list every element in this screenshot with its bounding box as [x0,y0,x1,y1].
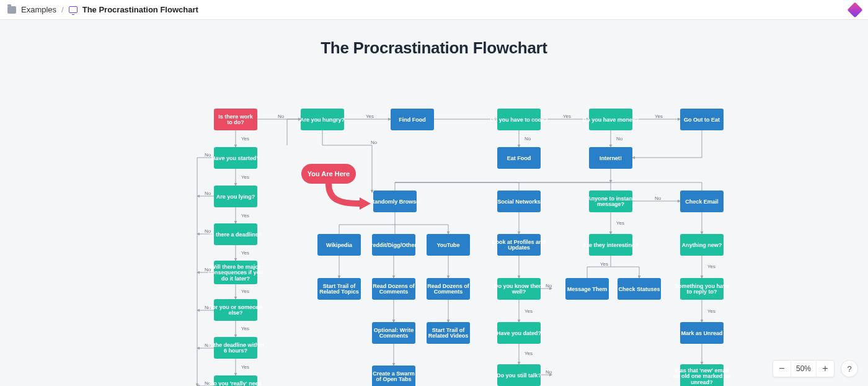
node-label: Anything new? [682,242,722,248]
node-readComments1[interactable]: Read Dozens ofComments [372,278,415,300]
node-readComments2[interactable]: Read Dozens ofComments [427,278,470,300]
node-label: Are you lying? [216,194,255,200]
zoom-level[interactable]: 50% [790,360,817,377]
node-checkStatus[interactable]: Check Statuses [618,278,661,300]
node-stillTalk[interactable]: Do you still talk? [497,364,541,386]
node-anyoneIM[interactable]: Anyone to instantmessage? [587,191,634,212]
node-label: Do you still talk? [497,372,541,379]
node-wikipedia[interactable]: Wikipedia [317,234,361,256]
node-label: Check Email [685,199,719,205]
node-trailTopics[interactable]: Start Trail ofRelated Topics [317,278,361,300]
node-knowWell[interactable]: Do you know themwell? [494,278,544,300]
node-label: Go Out to Eat [684,117,720,123]
node-socialNet[interactable]: Social Networks [497,191,541,212]
presentation-icon [69,6,78,13]
node-label: Optional: WriteComments [374,327,414,339]
node-haveToCook[interactable]: Do you have to cook? [490,109,548,130]
node-markUnread[interactable]: Mark as Unread [680,322,724,344]
node-label: reddit/Digg/Other [371,242,417,248]
you-are-here-callout: You Are Here [301,164,371,210]
node-label: Wikipedia [326,242,353,248]
diagram-canvas[interactable]: The Procrastination Flowchart NoYesYesYe… [0,20,868,386]
edge-label: Yes [241,326,249,331]
node-eatFood[interactable]: Eat Food [497,147,541,169]
node-label: Randomly Browse [371,199,420,205]
node-label: Check Statuses [618,286,660,292]
node-label: Message Them [567,286,608,292]
you-are-here-label: You Are Here [308,170,350,177]
node-label: Is there a deadline? [210,231,262,238]
edge-label: No [205,191,211,196]
node-forYou[interactable]: For you or someoneelse? [209,299,263,321]
edge-label: Yes [616,220,624,226]
edge-label: Yes [241,250,249,256]
node-label: Do you have to cook? [490,117,548,123]
breadcrumb-page[interactable]: The Procrastination Flowchart [82,5,198,14]
breadcrumb: Examples / The Procrastination Flowchart [7,5,198,14]
zoom-control: − 50% + [773,360,835,377]
breadcrumb-folder[interactable]: Examples [21,5,56,14]
node-swarmTabs[interactable]: Create a Swarmof Open Tabs [372,366,415,386]
help-button[interactable]: ? [841,360,858,377]
node-trailVideos[interactable]: Start Trail ofRelated Videos [427,322,470,344]
node-label: Do you 'really' needto do it? [210,380,262,386]
edge-label: No [205,152,211,158]
node-checkEmail[interactable]: Check Email [680,191,724,212]
node-started[interactable]: Have you started? [211,147,260,169]
node-hungry[interactable]: Are you hungry? [300,109,345,130]
node-label: Social Networks [497,199,541,205]
node-findFood[interactable]: Find Food [391,109,434,130]
node-label: Are they interesting? [583,242,639,248]
node-dated[interactable]: Have you dated? [497,322,541,344]
folder-icon [7,6,16,14]
node-label: Eat Food [507,155,531,161]
node-within6[interactable]: Is the deadline within6 hours? [207,337,264,359]
edge-label: Yes [241,174,249,180]
edge-label: No [525,136,531,141]
edge-label: Yes [655,114,663,119]
node-lying[interactable]: Are you lying? [214,186,257,207]
edge-label: Yes [525,351,533,356]
node-randomBrowse[interactable]: Randomly Browse [371,191,420,212]
node-interesting[interactable]: Are they interesting? [583,234,639,256]
node-profiles[interactable]: Look at Profiles andUpdates [492,234,546,256]
node-msgThem[interactable]: Message Them [565,278,609,300]
app-logo-icon[interactable] [847,2,862,17]
node-conseq[interactable]: Will there be majorconsequences if youdo… [208,261,263,284]
zoom-in-button[interactable]: + [817,360,834,377]
edge-label: Yes [600,261,608,267]
node-haveMoney[interactable]: Do you have money? [583,109,639,130]
node-workToDo[interactable]: Is there workto do? [214,109,257,130]
node-deadline[interactable]: Is there a deadline? [210,223,262,245]
flow-edge [587,256,639,278]
node-replyTo[interactable]: Something you haveto reply to? [675,278,729,300]
node-label: YouTube [436,242,459,248]
node-label: Internet! [600,155,622,161]
flow-edge [287,119,301,145]
flow-edge [395,169,702,191]
zoom-toolbar: − 50% + ? [773,360,858,377]
node-label: Do you have money? [583,117,639,123]
edge-label: No [546,369,552,375]
edge-label: No [278,114,285,119]
node-youtube[interactable]: YouTube [427,234,470,256]
node-newEmailOld[interactable]: Was that 'new' emailan old one marked as… [673,364,730,386]
edge-label: No [546,283,552,289]
node-writeComments[interactable]: Optional: WriteComments [372,322,415,344]
flow-edge [632,130,702,158]
edge-label: Yes [707,264,715,269]
node-label: Are you hungry? [300,117,345,123]
node-label: Start Trail ofRelated Topics [319,283,358,295]
edge-label: No [655,195,662,201]
node-anythingNew[interactable]: Anything new? [680,234,724,256]
flowchart-svg: NoYesYesYesYesNoNoNoYesYesYesYesYesYesNo… [0,20,868,386]
edge-label: Yes [563,114,571,119]
node-internet[interactable]: Internet! [589,147,632,169]
zoom-out-button[interactable]: − [773,360,790,377]
node-reallyNeed[interactable]: Do you 'really' needto do it? [210,375,262,386]
edge-label: Yes [241,136,249,141]
node-reddit[interactable]: reddit/Digg/Other [371,234,417,256]
edge-label: Yes [707,308,715,314]
node-label: Mark as Unread [681,330,722,336]
node-goOut[interactable]: Go Out to Eat [680,109,724,130]
